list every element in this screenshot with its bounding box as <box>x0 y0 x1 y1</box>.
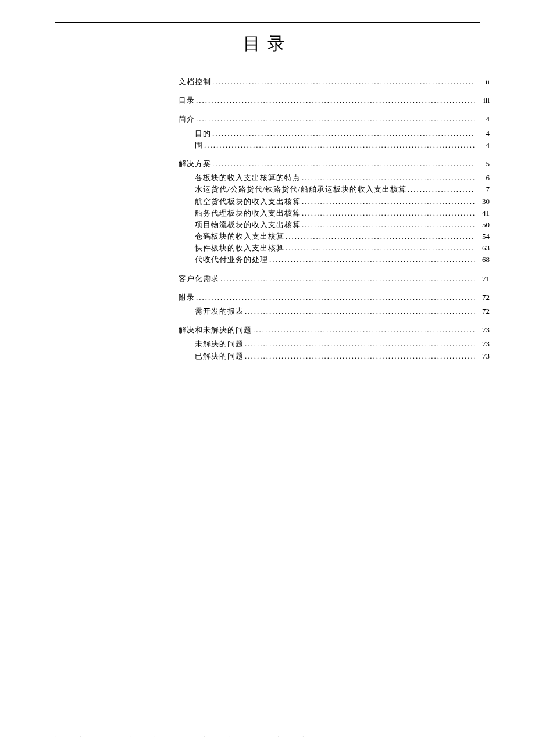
footer-dots: .. .. .. .. <box>55 732 327 739</box>
toc-page-number: 73 <box>476 325 490 335</box>
toc-leader-dots <box>212 77 475 87</box>
toc-entry: 水运货代/公路货代/铁路货代/船舶承运板块的收入支出核算7 <box>179 184 490 195</box>
toc-entry: 项目物流板块的收入支出核算50 <box>179 220 490 230</box>
toc-leader-dots <box>302 173 475 183</box>
toc-page-number: ii <box>476 77 490 87</box>
toc-page-number: 71 <box>476 274 490 284</box>
toc-entry: 客户化需求71 <box>179 274 490 284</box>
toc-label: 文档控制 <box>179 77 211 87</box>
toc-label: 需开发的报表 <box>195 306 244 317</box>
toc-label: 仓码板块的收入支出核算 <box>195 231 284 242</box>
toc-entry: 船务代理板块的收入支出核算41 <box>179 208 490 218</box>
toc-label: 项目物流板块的收入支出核算 <box>195 220 301 230</box>
toc-page-number: 6 <box>476 173 490 183</box>
toc-leader-dots <box>196 95 475 106</box>
toc-entry: 快件板块的收入支出核算63 <box>179 243 490 253</box>
toc-label: 目的 <box>195 128 211 139</box>
page-title: 目录 <box>0 32 535 56</box>
toc-entry: 简介4 <box>179 114 490 124</box>
table-of-contents: 文档控制ii目录iii简介4目的4围4解决方案5各板块的收入支出核算的特点6水运… <box>179 77 490 363</box>
toc-label: 围 <box>195 140 203 151</box>
toc-label: 各板块的收入支出核算的特点 <box>195 173 301 183</box>
toc-entry: 航空货代板块的收入支出核算30 <box>179 196 490 207</box>
toc-leader-dots <box>269 255 475 265</box>
toc-leader-dots <box>286 243 475 253</box>
toc-leader-dots <box>245 306 475 317</box>
toc-page-number: 5 <box>476 159 490 169</box>
toc-leader-dots <box>196 292 475 303</box>
toc-label: 简介 <box>179 114 195 124</box>
toc-page-number: 50 <box>476 220 490 230</box>
toc-entry: 目的4 <box>179 128 490 139</box>
toc-label: 船务代理板块的收入支出核算 <box>195 208 301 218</box>
toc-entry: 文档控制ii <box>179 77 490 87</box>
toc-leader-dots <box>253 325 475 335</box>
toc-leader-dots <box>302 208 475 218</box>
toc-label: 客户化需求 <box>179 274 219 284</box>
toc-page-number: iii <box>476 95 490 106</box>
toc-entry: 目录iii <box>179 95 490 106</box>
toc-leader-dots <box>245 339 475 349</box>
toc-label: 已解决的问题 <box>195 351 244 361</box>
toc-page-number: 73 <box>476 339 490 349</box>
toc-leader-dots <box>286 231 475 242</box>
toc-page-number: 7 <box>476 184 490 195</box>
toc-label: 代收代付业务的处理 <box>195 255 268 265</box>
toc-page-number: 4 <box>476 114 490 124</box>
toc-entry: 解决方案5 <box>179 159 490 169</box>
toc-page-number: 41 <box>476 208 490 218</box>
toc-label: 航空货代板块的收入支出核算 <box>195 196 301 207</box>
toc-label: 解决和未解决的问题 <box>179 325 252 335</box>
toc-entry: 各板块的收入支出核算的特点6 <box>179 173 490 183</box>
toc-leader-dots <box>204 140 475 151</box>
toc-page-number: 73 <box>476 351 490 361</box>
toc-leader-dots <box>302 196 475 207</box>
header-rule <box>55 22 480 23</box>
toc-entry: 附录72 <box>179 292 490 303</box>
toc-label: 附录 <box>179 292 195 303</box>
toc-leader-dots <box>245 351 475 361</box>
toc-label: 快件板块的收入支出核算 <box>195 243 284 253</box>
toc-page-number: 72 <box>476 306 490 317</box>
toc-page-number: 54 <box>476 231 490 242</box>
toc-label: 目录 <box>179 95 195 106</box>
toc-entry: 围4 <box>179 140 490 151</box>
toc-entry: 解决和未解决的问题73 <box>179 325 490 335</box>
toc-page-number: 4 <box>476 128 490 139</box>
toc-leader-dots <box>302 220 475 230</box>
toc-entry: 未解决的问题73 <box>179 339 490 349</box>
toc-page-number: 4 <box>476 140 490 151</box>
toc-leader-dots <box>212 159 475 169</box>
toc-label: 解决方案 <box>179 159 211 169</box>
toc-leader-dots <box>212 128 475 139</box>
toc-page-number: 72 <box>476 292 490 303</box>
toc-page-number: 68 <box>476 255 490 265</box>
toc-label: 水运货代/公路货代/铁路货代/船舶承运板块的收入支出核算 <box>195 184 406 195</box>
toc-entry: 仓码板块的收入支出核算54 <box>179 231 490 242</box>
toc-leader-dots <box>220 274 475 284</box>
toc-label: 未解决的问题 <box>195 339 244 349</box>
toc-entry: 代收代付业务的处理68 <box>179 255 490 265</box>
toc-page-number: 63 <box>476 243 490 253</box>
header-dots: . .. . <box>0 17 535 24</box>
toc-leader-dots <box>196 114 475 124</box>
toc-leader-dots <box>408 184 475 195</box>
toc-page-number: 30 <box>476 196 490 207</box>
toc-entry: 已解决的问题73 <box>179 351 490 361</box>
toc-entry: 需开发的报表72 <box>179 306 490 317</box>
